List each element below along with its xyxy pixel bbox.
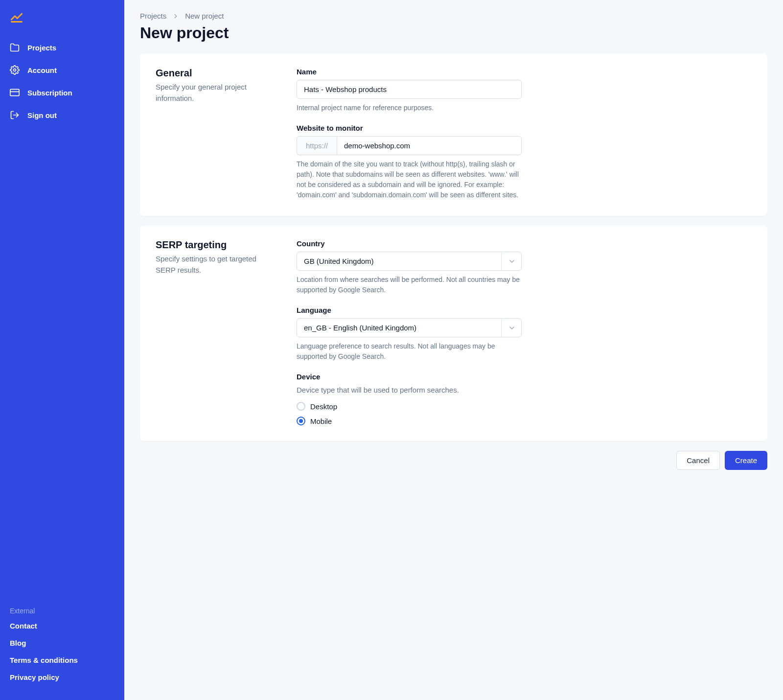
general-title: General xyxy=(156,68,273,79)
credit-card-icon xyxy=(10,88,20,97)
external-link-contact[interactable]: Contact xyxy=(10,622,115,630)
sidebar: Projects Account Subscription Sign out E… xyxy=(0,0,124,700)
serp-title: SERP targeting xyxy=(156,239,273,251)
radio-label: Desktop xyxy=(310,402,337,411)
language-select[interactable]: en_GB - English (United Kingdom) xyxy=(297,318,522,337)
device-radio-desktop[interactable]: Desktop xyxy=(297,402,522,411)
form-actions: Cancel Create xyxy=(140,451,767,470)
device-label: Device xyxy=(297,373,522,381)
radio-label: Mobile xyxy=(310,417,332,425)
general-desc: Specify your general project information… xyxy=(156,82,273,104)
sidebar-item-signout[interactable]: Sign out xyxy=(10,106,115,124)
sidebar-item-label: Account xyxy=(27,66,57,74)
name-input[interactable] xyxy=(297,80,522,99)
device-radio-group: Desktop Mobile xyxy=(297,402,522,425)
country-select[interactable]: GB (United Kingdom) xyxy=(297,252,522,271)
breadcrumb: Projects New project xyxy=(140,12,767,20)
sidebar-item-label: Projects xyxy=(27,44,56,52)
name-helper: Internal project name for reference purp… xyxy=(297,103,522,113)
serp-desc: Specify settings to get targeted SERP re… xyxy=(156,254,273,276)
sidebar-external: External Contact Blog Terms & conditions… xyxy=(10,607,115,690)
chevron-right-icon xyxy=(172,13,179,20)
svg-point-0 xyxy=(14,69,16,71)
radio-icon xyxy=(297,402,305,411)
cancel-button[interactable]: Cancel xyxy=(676,451,720,470)
serp-card: SERP targeting Specify settings to get t… xyxy=(140,226,767,441)
sidebar-item-label: Sign out xyxy=(27,111,57,119)
language-label: Language xyxy=(297,306,522,314)
website-label: Website to monitor xyxy=(297,124,522,132)
device-sublabel: Device type that will be used to perform… xyxy=(297,385,522,395)
breadcrumb-current: New project xyxy=(185,12,224,20)
country-helper: Location from where searches will be per… xyxy=(297,275,522,295)
external-link-blog[interactable]: Blog xyxy=(10,639,115,647)
external-heading: External xyxy=(10,607,115,615)
website-helper: The domain of the site you want to track… xyxy=(297,159,522,200)
external-link-privacy[interactable]: Privacy policy xyxy=(10,673,115,681)
website-prefix: https:// xyxy=(297,136,337,155)
sidebar-item-label: Subscription xyxy=(27,89,72,97)
language-helper: Language preference to search results. N… xyxy=(297,341,522,362)
device-radio-mobile[interactable]: Mobile xyxy=(297,417,522,425)
sidebar-nav: Projects Account Subscription Sign out xyxy=(10,39,115,607)
page-title: New project xyxy=(140,24,767,42)
name-label: Name xyxy=(297,68,522,76)
logout-icon xyxy=(10,110,20,120)
folder-icon xyxy=(10,43,20,52)
breadcrumb-root[interactable]: Projects xyxy=(140,12,166,20)
sidebar-item-projects[interactable]: Projects xyxy=(10,39,115,56)
main-content: Projects New project New project General… xyxy=(124,0,783,700)
general-card: General Specify your general project inf… xyxy=(140,54,767,216)
svg-rect-1 xyxy=(10,89,19,95)
radio-icon xyxy=(297,417,305,425)
gear-icon xyxy=(10,65,20,75)
website-input[interactable] xyxy=(337,136,522,155)
sidebar-item-subscription[interactable]: Subscription xyxy=(10,84,115,101)
app-logo xyxy=(10,10,115,25)
sidebar-item-account[interactable]: Account xyxy=(10,61,115,79)
country-label: Country xyxy=(297,239,522,248)
create-button[interactable]: Create xyxy=(725,451,767,470)
external-link-terms[interactable]: Terms & conditions xyxy=(10,656,115,664)
